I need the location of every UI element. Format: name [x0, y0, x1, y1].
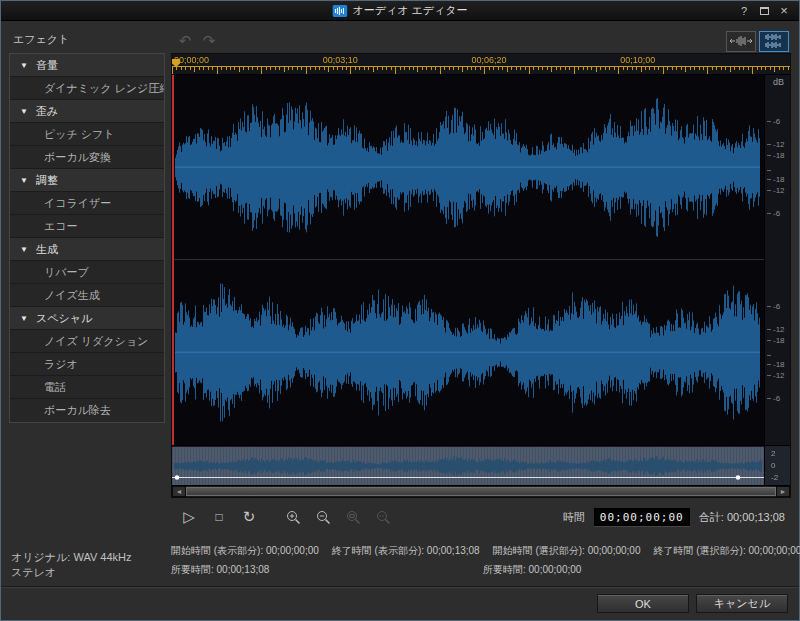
collapse-triangle-icon: ▼: [20, 61, 28, 70]
db-mark: -18: [767, 175, 785, 183]
effect-category-label: 生成: [36, 242, 58, 257]
effects-sidebar: エフェクト ▼音量ダイナミック レンジ圧縮▼歪みピッチ シフトボーカル変換▼調整…: [9, 29, 165, 586]
collapse-triangle-icon: ▼: [20, 314, 28, 323]
effect-item[interactable]: ボーカル除去: [10, 399, 164, 422]
title-bar[interactable]: オーディオ エディター ? ×: [1, 1, 799, 21]
status-field: 所要時間: 00;00;13;08: [171, 564, 269, 575]
status-field: 終了時間 (表示部分): 00;00;13;08: [332, 544, 480, 558]
cancel-button[interactable]: キャンセル: [696, 594, 788, 613]
effect-category[interactable]: ▼スペシャル: [10, 307, 164, 330]
effect-item[interactable]: ノイズ リダクション: [10, 330, 164, 353]
effect-item[interactable]: エコー: [10, 215, 164, 238]
horizontal-scrollbar[interactable]: ◄ ►: [172, 485, 790, 497]
status-row-2: 所要時間: 00;00;13;08所要時間: 00;00;00;00: [171, 563, 791, 576]
db-mark: -6: [767, 210, 780, 218]
zoom-selection-button[interactable]: [339, 504, 367, 530]
effect-category-label: 音量: [36, 58, 58, 73]
dual-waveform-icon: [763, 33, 785, 49]
status-row-1: 開始時間 (表示部分): 00;00;00;00終了時間 (表示部分): 00;…: [171, 544, 791, 558]
status-field: 開始時間 (選択部分): 00;00;00;00: [493, 544, 641, 558]
audio-editor-window: オーディオ エディター ? × エフェクト ▼音量ダイナミック レンジ圧縮▼歪み…: [0, 0, 800, 621]
total-time: 合計: 00;00;13;08: [699, 510, 785, 525]
overview-waveform[interactable]: [172, 447, 764, 485]
overview-scale-mark: 0: [771, 461, 775, 470]
waveform-view-button[interactable]: [759, 31, 789, 52]
effect-category-label: スペシャル: [36, 311, 92, 326]
collapse-triangle-icon: ▼: [20, 176, 28, 185]
effect-item[interactable]: 電話: [10, 376, 164, 399]
editor-toolbar: ↶ ↷: [171, 29, 791, 53]
playhead-line[interactable]: [172, 75, 174, 445]
stop-button[interactable]: □: [205, 504, 233, 530]
zoom-selection-icon: [345, 509, 362, 526]
play-button[interactable]: ▷: [175, 504, 203, 530]
editor-main: ↶ ↷: [171, 29, 791, 586]
zoom-fit-button[interactable]: [369, 504, 397, 530]
help-button[interactable]: ?: [735, 3, 753, 18]
effect-item[interactable]: イコライザー: [10, 192, 164, 215]
file-info: オリジナル: WAV 44kHz ステレオ: [9, 546, 165, 586]
zoom-fit-icon: [375, 509, 392, 526]
close-button[interactable]: ×: [775, 3, 793, 18]
db-mark: -6: [767, 117, 780, 125]
effect-item[interactable]: ボーカル変換: [10, 146, 164, 169]
overview-scale-mark: 2: [771, 449, 775, 458]
db-mark: -6: [767, 302, 780, 310]
loop-button[interactable]: ↻: [235, 504, 263, 530]
total-label: 合計:: [699, 511, 724, 523]
db-center-tick: [767, 167, 771, 175]
zoom-out-button[interactable]: [309, 504, 337, 530]
scrollbar-thumb[interactable]: [186, 487, 776, 496]
time-label: 時間: [563, 510, 585, 525]
effect-item[interactable]: ノイズ生成: [10, 284, 164, 307]
status-bar: 開始時間 (表示部分): 00;00;00;00終了時間 (表示部分): 00;…: [171, 536, 791, 586]
undo-button[interactable]: ↶: [173, 31, 197, 51]
restore-button[interactable]: [755, 3, 773, 18]
waveform-display[interactable]: dB-6-6-12-12-18-18-6-6-12-12-18-18: [172, 75, 790, 445]
total-value: 00;00;13;08: [727, 511, 785, 523]
zoom-in-button[interactable]: [279, 504, 307, 530]
stereo-waveform[interactable]: [172, 75, 764, 445]
effect-category-label: 調整: [36, 173, 58, 188]
db-mark: -6: [767, 395, 780, 403]
window-title-group: オーディオ エディター: [332, 3, 467, 18]
scroll-right-button[interactable]: ►: [776, 486, 790, 497]
db-unit-label: dB: [773, 77, 784, 87]
effect-category[interactable]: ▼音量: [10, 54, 164, 77]
current-time-field[interactable]: 00;00;00;00: [594, 508, 690, 526]
timeline-tick-label: 00;10;00: [620, 55, 655, 65]
effect-item[interactable]: リバーブ: [10, 261, 164, 284]
restore-icon: [760, 7, 769, 15]
app-logo-icon: [332, 5, 347, 17]
db-mark: -12: [767, 325, 785, 333]
effect-item[interactable]: ピッチ シフト: [10, 123, 164, 146]
dialog-footer: OK キャンセル: [1, 586, 799, 620]
effect-category[interactable]: ▼調整: [10, 169, 164, 192]
timeline-tick-label: 00;06;20: [471, 55, 506, 65]
db-mark: -12: [767, 187, 785, 195]
file-info-channels: ステレオ: [11, 565, 163, 580]
channel-separator: [172, 259, 764, 260]
effect-category[interactable]: ▼生成: [10, 238, 164, 261]
overview-strip[interactable]: 20-2: [172, 445, 790, 485]
redo-button[interactable]: ↷: [197, 31, 221, 51]
effect-category-label: 歪み: [36, 104, 58, 119]
status-field: 所要時間: 00;00;00;00: [483, 563, 581, 577]
effect-item[interactable]: ダイナミック レンジ圧縮: [10, 77, 164, 100]
effect-item[interactable]: ラジオ: [10, 353, 164, 376]
effect-category[interactable]: ▼歪み: [10, 100, 164, 123]
timeline-ruler[interactable]: 00;00;0000;03;1000;06;2000;10;00: [172, 54, 790, 75]
scroll-left-button[interactable]: ◄: [172, 486, 186, 497]
db-mark: -18: [767, 337, 785, 345]
fit-view-button[interactable]: [726, 31, 756, 52]
status-field: 開始時間 (表示部分): 00;00;00;00: [171, 544, 319, 558]
file-info-format: オリジナル: WAV 44kHz: [11, 550, 163, 565]
zoom-out-icon: [315, 509, 332, 526]
db-mark: -18: [767, 152, 785, 160]
db-mark: -18: [767, 360, 785, 368]
effects-list: ▼音量ダイナミック レンジ圧縮▼歪みピッチ シフトボーカル変換▼調整イコライザー…: [9, 53, 165, 423]
collapse-triangle-icon: ▼: [20, 245, 28, 254]
db-center-tick: [767, 352, 771, 360]
ok-button[interactable]: OK: [597, 594, 689, 613]
effects-header: エフェクト: [9, 29, 165, 53]
